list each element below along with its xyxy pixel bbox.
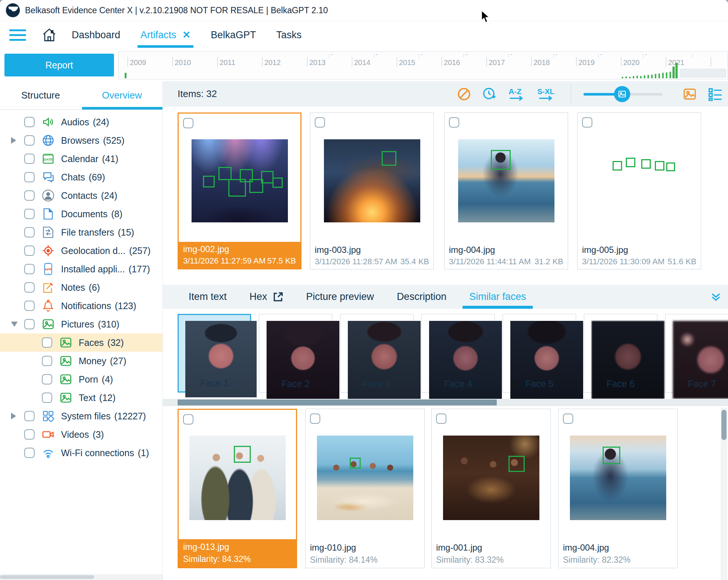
thumbnail-item[interactable]: img-005.jpg 3/11/2026 11:30:09 AM51.6 KB xyxy=(577,112,701,269)
tree-item-chats[interactable]: Chats(69) xyxy=(0,168,163,186)
open-external-icon[interactable] xyxy=(272,291,283,302)
similar-grid-scrollbar[interactable] xyxy=(721,408,727,580)
hamburger-menu-icon[interactable] xyxy=(9,26,26,44)
tree-item-contacts[interactable]: Contacts(24) xyxy=(0,186,163,205)
tab-overview[interactable]: Overview xyxy=(81,81,163,110)
chat-bubbles-icon xyxy=(41,170,55,184)
face-card[interactable]: Face 3 xyxy=(340,314,414,393)
tree-item-notes[interactable]: Notes(6) xyxy=(0,278,163,297)
tree-item-text[interactable]: Text(12) xyxy=(0,389,163,407)
collapse-panel-icon[interactable] xyxy=(710,291,722,303)
face-card[interactable]: Face 5 xyxy=(503,314,576,393)
collapse-icon[interactable] xyxy=(11,322,18,327)
photo-campfire xyxy=(324,139,420,222)
checkbox[interactable] xyxy=(436,413,446,424)
tab-structure[interactable]: Structure xyxy=(0,81,81,110)
timeline-panel[interactable]: 2009 2010 2011 2012 2013 2014 2015 2016 … xyxy=(118,51,728,79)
checkbox[interactable] xyxy=(24,264,35,274)
tree-item-porn[interactable]: Porn(4) xyxy=(0,370,163,389)
checkbox[interactable] xyxy=(24,154,35,164)
slider-knob[interactable] xyxy=(614,86,630,102)
checkbox[interactable] xyxy=(24,411,35,421)
checkbox[interactable] xyxy=(42,356,52,366)
nav-tab-artifacts[interactable]: Artifacts ✕ xyxy=(140,29,190,41)
tree-item-browsers[interactable]: Browsers(525) xyxy=(0,131,163,150)
tree-item-system-files[interactable]: System files(12227) xyxy=(0,407,163,425)
checkbox[interactable] xyxy=(24,429,35,440)
checkbox[interactable] xyxy=(183,118,193,128)
face-card[interactable]: Face 4 xyxy=(421,314,495,393)
sort-by-size-icon[interactable]: S-XL xyxy=(537,86,558,102)
timeline-year: 2019 xyxy=(578,58,595,67)
nav-tab-dashboard[interactable]: Dashboard xyxy=(72,29,120,41)
close-tab-icon[interactable]: ✕ xyxy=(182,29,191,41)
checkbox[interactable] xyxy=(24,246,35,256)
face-card[interactable]: Face 1 xyxy=(178,314,251,393)
nav-tab-belkagpt[interactable]: BelkaGPT xyxy=(211,29,256,41)
face-detection-box xyxy=(626,158,635,167)
tree-item-file-transfers[interactable]: File transfers(15) xyxy=(0,223,163,241)
checkbox[interactable] xyxy=(449,117,459,128)
thumbnail-item[interactable]: img-002.jpg 3/11/2026 11:27:59 AM57.5 KB xyxy=(178,112,301,269)
checkbox[interactable] xyxy=(24,209,35,219)
checkbox[interactable] xyxy=(24,190,35,201)
tree-item-calendar[interactable]: DATE Calendar(41) xyxy=(0,150,163,168)
sidebar-horizontal-scrollbar[interactable] xyxy=(0,574,163,580)
tree-item-documents[interactable]: Documents(8) xyxy=(0,205,163,223)
nav-tab-tasks[interactable]: Tasks xyxy=(276,29,301,41)
checkbox[interactable] xyxy=(24,448,35,458)
tab-picture-preview[interactable]: Picture preview xyxy=(306,285,374,309)
face-card[interactable]: Face 2 xyxy=(259,314,332,393)
report-button[interactable]: Report xyxy=(4,54,114,76)
similar-item[interactable]: img-010.jpg Similarity: 84.14% xyxy=(305,409,425,568)
checkbox[interactable] xyxy=(315,117,325,128)
tree-item-wifi-connections[interactable]: Wi-Fi connections(1) xyxy=(0,444,163,462)
faces-scrollbar[interactable] xyxy=(163,399,728,406)
checkbox[interactable] xyxy=(42,393,52,403)
tree-item-audios[interactable]: Audios(24) xyxy=(0,113,163,131)
thumbnail-size: 31.2 KB xyxy=(535,257,563,266)
checkbox[interactable] xyxy=(24,301,35,311)
tab-description[interactable]: Description xyxy=(397,285,446,309)
home-icon[interactable] xyxy=(42,27,57,43)
checkbox[interactable] xyxy=(582,117,592,128)
sort-alphabetical-icon[interactable]: A-Z xyxy=(507,86,527,102)
checkbox[interactable] xyxy=(183,414,193,425)
sort-by-time-icon[interactable] xyxy=(482,86,497,102)
expand-icon[interactable] xyxy=(11,413,16,419)
face-card[interactable]: Face 6 xyxy=(584,314,657,393)
face-card[interactable]: Face 7 xyxy=(665,314,728,393)
timeline-scrollbar[interactable] xyxy=(680,69,726,78)
checkbox[interactable] xyxy=(24,117,35,127)
window-title: Belkasoft Evidence Center X | v.2.10.219… xyxy=(25,6,328,15)
tree-item-installed-applications[interactable]: APP Installed appli...(177) xyxy=(0,260,163,278)
list-view-icon[interactable] xyxy=(707,86,723,102)
tree-item-money[interactable]: Money(27) xyxy=(0,352,163,370)
checkbox[interactable] xyxy=(24,282,35,293)
thumbnail-view-icon[interactable] xyxy=(682,87,697,101)
checkbox[interactable] xyxy=(24,227,35,237)
checkbox[interactable] xyxy=(24,135,35,146)
checkbox[interactable] xyxy=(24,319,35,329)
tab-item-text[interactable]: Item text xyxy=(189,285,227,309)
tree-item-notifications[interactable]: Notifications(123) xyxy=(0,297,163,315)
tab-hex[interactable]: Hex xyxy=(250,285,283,309)
checkbox[interactable] xyxy=(24,172,35,182)
tab-similar-faces[interactable]: Similar faces xyxy=(469,285,526,309)
tree-item-videos[interactable]: Videos(3) xyxy=(0,425,163,444)
similar-item[interactable]: img-004.jpg Similarity: 82.32% xyxy=(558,409,678,568)
similar-item[interactable]: img-001.jpg Similarity: 83.32% xyxy=(431,409,551,568)
thumbnail-size-slider[interactable] xyxy=(584,86,663,102)
similar-item[interactable]: img-013.jpg Similarity: 84.32% xyxy=(178,409,297,568)
checkbox[interactable] xyxy=(42,374,52,384)
thumbnail-item[interactable]: img-004.jpg 3/11/2026 11:44:11 AM31.2 KB xyxy=(444,112,568,269)
tree-item-faces[interactable]: Faces(32) xyxy=(0,333,163,352)
expand-icon[interactable] xyxy=(11,137,16,144)
checkbox[interactable] xyxy=(563,413,573,424)
tree-item-geolocation[interactable]: Geolocation d...(257) xyxy=(0,241,163,260)
tree-item-pictures[interactable]: Pictures(310) xyxy=(0,315,163,333)
thumbnail-item[interactable]: img-003.jpg 3/11/2026 11:28:57 AM35.4 KB xyxy=(310,112,434,269)
checkbox[interactable] xyxy=(310,413,320,424)
clear-filter-icon[interactable] xyxy=(457,87,471,101)
checkbox[interactable] xyxy=(42,337,52,348)
